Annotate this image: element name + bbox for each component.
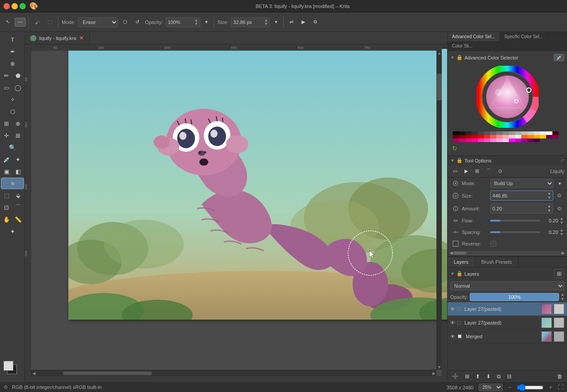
canvas-scrollbar-vertical[interactable]: ▲ ▼ — [436, 51, 442, 370]
tool-options-expand-btn[interactable]: ⤢ — [560, 158, 564, 163]
to-flow-slider[interactable] — [490, 220, 540, 222]
swatch-r6[interactable] — [484, 135, 490, 139]
freehand-sel-tool2[interactable]: ⌒ — [12, 202, 24, 213]
mirror-btn[interactable]: ⇌ — [286, 17, 297, 27]
tab-close-btn[interactable]: ✕ — [79, 35, 84, 41]
canvas-artwork[interactable] — [68, 49, 447, 320]
blend-mode-select[interactable]: Normal Multiply Screen Overlay — [450, 281, 564, 290]
size-down[interactable]: ▼ — [264, 22, 268, 26]
add-layer-btn[interactable]: ➕ — [449, 372, 461, 381]
rect-sel-tool[interactable]: ⬚ — [1, 190, 12, 201]
color-selector-widget[interactable] — [4, 361, 21, 379]
eyedropper-btn[interactable]: 💉 — [554, 54, 564, 61]
color-selector-collapse-btn[interactable]: ▼ — [450, 55, 455, 60]
layer-item-1[interactable]: 👁 ⬚ Layer 27(pasted) — [448, 316, 567, 330]
swatch-p2[interactable] — [453, 139, 459, 142]
to-spacing-up[interactable]: ▲ — [560, 228, 563, 233]
swatch-r0[interactable] — [552, 131, 559, 135]
swatch-m2[interactable] — [521, 139, 527, 142]
scroll-down-btn[interactable]: ▼ — [437, 364, 442, 370]
swatch-13[interactable] — [540, 131, 546, 135]
layer-btn[interactable]: ⬡ — [120, 17, 131, 27]
swatch-0[interactable] — [459, 131, 465, 135]
crop-tool[interactable]: ⊞ — [1, 118, 12, 129]
anim-btn[interactable]: ▶ — [298, 17, 308, 27]
to-spacing-slider[interactable] — [490, 231, 540, 233]
selection-btn[interactable]: ⬚ — [44, 17, 55, 27]
swatch-5[interactable] — [490, 131, 496, 135]
to-scrollbar[interactable] — [453, 251, 562, 255]
zoom-select[interactable]: 25% 50% 100% — [479, 384, 503, 391]
paint-mode-btn[interactable]: 🖌 — [32, 18, 43, 27]
to-size-down[interactable]: ▼ — [547, 196, 551, 200]
swatch-6[interactable] — [496, 131, 503, 135]
calligraphy-tool[interactable]: ✒ — [1, 46, 24, 57]
to-flow-down[interactable]: ▼ — [560, 221, 563, 225]
layers-tab[interactable]: Layers — [448, 257, 475, 267]
opacity-down[interactable]: ▼ — [194, 22, 198, 26]
zoom-slider[interactable] — [517, 384, 543, 391]
layer-item-2[interactable]: 👁 🔲 Merged — [448, 330, 567, 344]
color-wheel-area[interactable] — [450, 64, 564, 130]
fill-tool[interactable]: ▣ — [1, 166, 12, 177]
swatch-r9[interactable] — [503, 135, 509, 139]
swatch-or3[interactable] — [540, 135, 546, 139]
tab-advanced-color-sel[interactable]: Advanced Color Sel... — [448, 32, 500, 41]
zoom-tool[interactable]: 🔍 — [1, 142, 24, 153]
to-tool-btn-5[interactable]: ⊙ — [496, 167, 505, 175]
opacity-up-btn[interactable]: ▲ — [561, 293, 564, 297]
swatch-3[interactable] — [478, 131, 484, 135]
size-input[interactable] — [233, 20, 264, 25]
layer-vis-btn-2[interactable]: 👁 — [450, 334, 455, 339]
canvas-background[interactable]: ▲ ▼ ◀ ▶ — [31, 44, 442, 376]
to-scroll-right[interactable]: ▶ — [562, 250, 565, 255]
gradient-tool[interactable]: ◧ — [12, 166, 24, 177]
smart-patch-tool[interactable]: ✦ — [12, 154, 24, 165]
zoom-out-btn[interactable]: − — [508, 384, 511, 391]
swatch-p3[interactable] — [459, 139, 465, 142]
to-amount-up[interactable]: ▲ — [547, 204, 551, 209]
scroll-handle-v[interactable] — [437, 74, 442, 100]
swatch-12[interactable] — [534, 131, 540, 135]
swatch-m0[interactable] — [509, 139, 515, 142]
scroll-up-btn[interactable]: ▲ — [437, 51, 442, 56]
path-tool[interactable]: ⟡ — [1, 94, 24, 105]
to-scroll-left[interactable]: ◀ — [449, 250, 453, 255]
swatch-black[interactable] — [453, 131, 459, 135]
tool-selector-btn[interactable]: ↖ — [3, 17, 13, 27]
swatch-9[interactable] — [515, 131, 521, 135]
swatch-r11[interactable] — [515, 135, 521, 139]
swatch-4[interactable] — [484, 131, 490, 135]
opacity-options-btn[interactable]: ▾ — [202, 17, 211, 27]
full-screen-btn[interactable]: ⛶ — [558, 384, 563, 391]
opacity-input[interactable] — [168, 20, 194, 25]
to-tool-btn-2[interactable]: ▶ — [462, 167, 471, 175]
to-mode-select[interactable]: Build Up Wash — [490, 179, 554, 188]
text-tool[interactable]: T — [1, 34, 24, 45]
to-spacing-down[interactable]: ▼ — [560, 232, 563, 237]
opacity-input[interactable] — [473, 294, 556, 300]
scroll-left-btn[interactable]: ◀ — [31, 370, 36, 376]
erase-mode-select[interactable]: Erase Normal — [78, 17, 118, 27]
swatch-11[interactable] — [527, 131, 534, 135]
assistant-tool[interactable]: ⊞ — [12, 130, 24, 141]
multi-brush-tool[interactable]: ✦ — [1, 226, 24, 237]
swatch-r7[interactable] — [490, 135, 496, 139]
swatch-p9[interactable] — [496, 139, 503, 142]
swatch-p5[interactable] — [472, 139, 478, 142]
reset-btn[interactable]: ↺ — [132, 17, 143, 27]
to-scrollbar-handle[interactable] — [453, 252, 467, 254]
measure-tool[interactable]: 📏 — [12, 214, 24, 225]
swatch-r1[interactable] — [453, 135, 459, 139]
swatch-p0[interactable] — [546, 135, 552, 139]
to-tool-btn-1[interactable]: ▭ — [450, 167, 460, 175]
minimize-button[interactable] — [12, 3, 18, 9]
to-size-input[interactable] — [492, 193, 547, 198]
ellipse-sel-tool[interactable]: ⬙ — [12, 190, 24, 201]
scroll-handle-h[interactable] — [63, 372, 152, 375]
ellipse-tool[interactable]: ◯ — [12, 82, 24, 93]
close-button[interactable] — [4, 3, 10, 9]
to-amount-reset-btn[interactable]: ⊙ — [555, 204, 563, 213]
to-mode-dropdown[interactable]: ▾ — [556, 180, 563, 187]
move-tool[interactable]: ✛ — [1, 130, 12, 141]
